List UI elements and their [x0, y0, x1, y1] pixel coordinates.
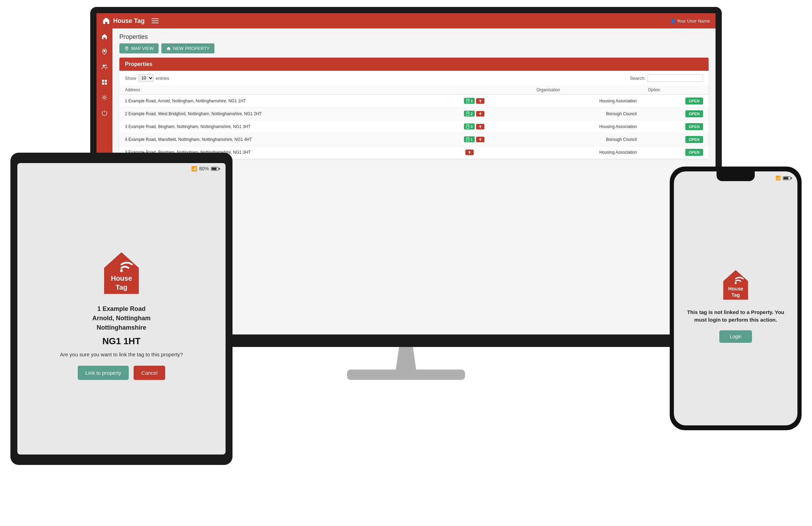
arrow-badge[interactable] [476, 137, 484, 142]
svg-point-7 [103, 96, 105, 99]
properties-table: Address Organisation Option 1 Example Ro… [119, 85, 709, 159]
show-label: Show [125, 76, 136, 81]
doc-count-badge: 3 [464, 124, 475, 129]
phone-battery-icon [783, 176, 792, 180]
col-address: Address [119, 85, 458, 95]
tablet-status-bar: 📶 80% [17, 163, 226, 174]
option-cell: OPEN [642, 108, 709, 120]
tablet-content: House Tag 1 Example Road Arnold, Notting… [53, 174, 190, 455]
entries-label: entries [156, 76, 169, 81]
monitor-stand-base [347, 370, 465, 380]
hamburger-menu[interactable] [152, 18, 159, 23]
map-view-button[interactable]: MAP VIEW [119, 43, 159, 53]
table-row: 3 Example Road, Bingham, Nottingham, Not… [119, 120, 709, 133]
sidebar-item-power[interactable] [100, 108, 109, 117]
search-input[interactable] [648, 74, 703, 82]
svg-text:Tag: Tag [731, 292, 740, 298]
actions-cell [458, 146, 531, 159]
svg-point-8 [126, 47, 127, 49]
arrow-badge[interactable] [476, 124, 484, 129]
svg-point-2 [105, 65, 107, 66]
svg-point-22 [120, 269, 123, 272]
tablet-address: 1 Example Road Arnold, Nottingham Nottin… [92, 304, 151, 332]
phone-content: House Tag This tag is not linked to a Pr… [674, 185, 797, 425]
col-option: Option [642, 85, 709, 95]
housetag-logo-tablet: House Tag [97, 249, 146, 297]
actions-cell: 1 [458, 133, 531, 146]
cancel-button[interactable]: Cancel [134, 366, 165, 380]
tablet-buttons: Link to property Cancel [78, 366, 165, 380]
open-button[interactable]: OPEN [685, 149, 703, 156]
map-icon [124, 46, 129, 51]
actions-cell: 3 [458, 95, 531, 108]
sidebar-item-map[interactable] [100, 47, 109, 56]
svg-rect-4 [105, 80, 107, 82]
user-name: 👤 Your User Name [670, 18, 710, 24]
phone-bezel: 📶 House Tag This tag is not linked to a … [670, 167, 802, 430]
home-add-icon [166, 46, 171, 51]
col-organisation: Organisation [531, 85, 642, 95]
address-cell: 2 Example Road, West Bridgford, Nottingh… [119, 108, 458, 120]
sidebar-item-people[interactable] [100, 62, 109, 71]
login-button[interactable]: Login [719, 330, 752, 343]
option-cell: OPEN [642, 95, 709, 108]
open-button[interactable]: OPEN [685, 136, 703, 143]
address-cell: 3 Example Road, Bingham, Nottingham, Not… [119, 120, 458, 133]
sidebar-item-grid[interactable] [100, 78, 109, 87]
brand-name: House Tag [113, 17, 145, 25]
toolbar: MAP VIEW NEW PROPERTY [112, 43, 716, 58]
arrow-badge[interactable] [465, 150, 474, 155]
table-row: 4 Example Road, Mansfield, Nottingham, N… [119, 133, 709, 146]
svg-rect-6 [105, 83, 107, 85]
tablet-postcode: NG1 1HT [102, 336, 141, 347]
address-cell: 4 Example Road, Mansfield, Nottingham, N… [119, 133, 458, 146]
doc-count-badge: 3 [464, 98, 475, 104]
table-row: 2 Example Road, West Bridgford, Nottingh… [119, 108, 709, 120]
app-topbar: House Tag 👤 Your User Name [96, 13, 716, 28]
option-cell: OPEN [642, 120, 709, 133]
monitor-stand-neck [389, 347, 423, 371]
organisation-cell: Housing Association [531, 146, 642, 159]
search-control: Search: [630, 74, 703, 82]
phone-wifi-icon: 📶 [776, 176, 781, 180]
phone-notch [717, 171, 755, 181]
tablet-screen: 📶 80% House Tag [17, 163, 226, 455]
organisation-cell: Housing Association [531, 120, 642, 133]
organisation-cell: Housing Association [531, 95, 642, 108]
tablet-question: Are you sure you want to link the tag to… [60, 351, 183, 357]
svg-point-1 [103, 65, 105, 67]
page-title: Properties [112, 28, 716, 43]
svg-rect-5 [102, 83, 104, 85]
house-logo-icon [102, 17, 110, 25]
housetag-logo-phone: House Tag [718, 268, 753, 302]
table-row: 1 Example Road, Arnold, Nottingham, Nott… [119, 95, 709, 108]
actions-cell: 3 [458, 120, 531, 133]
sidebar-item-home[interactable] [100, 32, 109, 41]
table-controls: Show 10 25 50 entries Search: [119, 71, 709, 85]
doc-count-badge: 1 [464, 136, 475, 142]
doc-count-badge: 2 [464, 111, 475, 117]
option-cell: OPEN [642, 133, 709, 146]
phone: 📶 House Tag This tag is not linked to a … [670, 167, 802, 430]
open-button[interactable]: OPEN [685, 110, 703, 117]
arrow-badge[interactable] [476, 98, 484, 104]
sidebar-item-settings[interactable] [100, 93, 109, 102]
table-title: Properties [119, 58, 709, 71]
app-logo: House Tag [102, 17, 145, 25]
entries-select[interactable]: 10 25 50 [138, 74, 154, 82]
tablet-bezel: 📶 80% House Tag [10, 153, 232, 465]
phone-message: This tag is not linked to a Property. Yo… [681, 308, 790, 324]
tablet: 📶 80% House Tag [10, 153, 232, 465]
svg-point-26 [735, 282, 737, 284]
battery-icon [211, 167, 220, 171]
arrow-badge[interactable] [476, 111, 484, 117]
open-button[interactable]: OPEN [685, 97, 703, 104]
new-property-button[interactable]: NEW PROPERTY [161, 43, 214, 53]
show-entries-control: Show 10 25 50 entries [125, 74, 169, 82]
link-property-button[interactable]: Link to property [78, 366, 129, 380]
open-button[interactable]: OPEN [685, 123, 703, 130]
actions-cell: 2 [458, 108, 531, 120]
properties-table-section: Properties Show 10 25 50 entries [119, 58, 709, 159]
svg-text:House: House [111, 274, 132, 282]
svg-point-0 [103, 50, 105, 52]
